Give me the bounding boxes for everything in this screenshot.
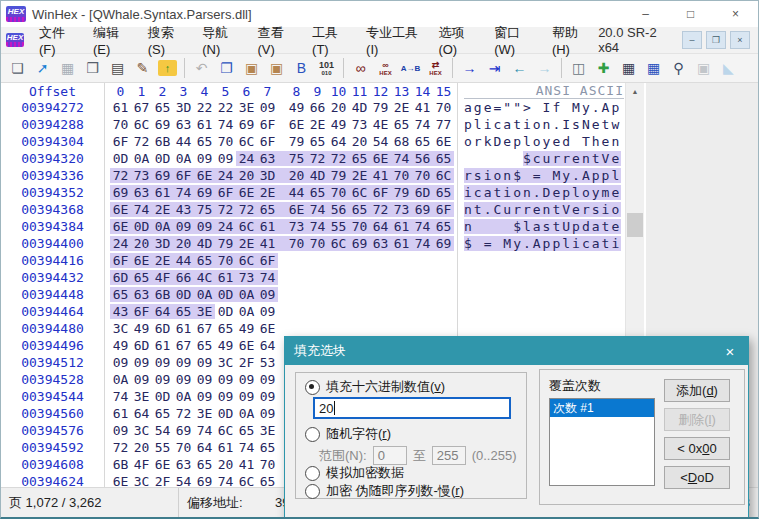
radio-simulate-encrypted[interactable]: 模拟加密数据 [305,464,404,482]
hex-byte[interactable]: 65 [433,185,454,200]
hex-byte[interactable]: 63 [173,457,194,472]
hex-byte[interactable]: 24 [215,168,236,183]
hex-byte[interactable]: 70 [257,457,278,472]
hex-byte[interactable]: 2E [391,100,412,115]
hex-byte[interactable]: 65 [152,406,173,421]
hex-byte[interactable]: 6D [152,321,173,336]
hex-byte[interactable]: 6E [433,134,454,149]
hex-byte[interactable]: 65 [194,457,215,472]
hex-byte[interactable]: 65 [110,287,131,302]
hex-byte[interactable]: 65 [152,100,173,115]
print-preview-icon[interactable]: ❒ [80,57,105,79]
hex-byte[interactable]: 3D [173,100,194,115]
hex-byte[interactable]: 65 [307,134,328,149]
hex-byte[interactable]: 6F [110,253,131,268]
hex-value-input[interactable]: 20 [313,397,511,419]
hex-byte[interactable]: 74 [257,270,278,285]
hex-bytes[interactable]: 436F64653E0D0A09 [104,304,278,319]
ascii-text[interactable]: orkDeployed Then [464,134,626,149]
hex-byte[interactable]: 69 [236,117,257,132]
hex-byte[interactable]: 43 [110,304,131,319]
hex-byte[interactable]: 0D [131,219,152,234]
back-icon[interactable]: ← [507,57,532,79]
hex-byte[interactable]: 73 [349,117,370,132]
hex-byte[interactable]: 6E [131,253,152,268]
hex-byte[interactable]: 2E [349,168,370,183]
hex-byte[interactable]: 65 [215,321,236,336]
hex-byte[interactable]: 4E [370,117,391,132]
hex-byte[interactable]: 70 [215,134,236,149]
hex-byte[interactable]: 43 [173,202,194,217]
goto-offset-icon[interactable]: → [457,57,482,79]
menu-item[interactable]: 选项(O) [429,20,485,61]
menu-item[interactable]: 工具(T) [303,20,357,61]
paste-into-new-icon[interactable]: ▣ [264,57,289,79]
hex-bytes[interactable]: 496D616765496E64 [104,338,278,353]
hex-byte[interactable]: 6F [370,185,391,200]
hex-byte[interactable]: 4F [131,457,152,472]
hex-byte[interactable]: 54 [152,423,173,438]
hex-byte[interactable]: 20 [328,100,349,115]
hex-byte[interactable]: 63 [131,185,152,200]
hex-byte[interactable]: 74 [131,202,152,217]
hex-byte[interactable]: 09 [257,406,278,421]
hex-byte[interactable]: 0A [131,151,152,166]
hex-byte[interactable]: 65 [257,440,278,455]
hex-byte[interactable]: 6C [236,253,257,268]
hex-byte[interactable]: 3D [152,236,173,251]
hex-byte[interactable]: 0D [215,406,236,421]
hex-byte[interactable]: 72 [307,151,328,166]
dod-button[interactable]: < DoD [664,466,730,489]
hex-byte[interactable]: 3C [215,355,236,370]
hex-byte[interactable]: 79 [391,185,412,200]
hex-byte[interactable]: 49 [215,338,236,353]
hex-byte[interactable]: 79 [215,236,236,251]
hex-byte[interactable]: 6F [257,253,278,268]
hex-byte[interactable]: 09 [194,389,215,404]
replace-hex-icon[interactable]: ⇄HEX [423,57,448,79]
hex-byte[interactable]: 63 [173,117,194,132]
menu-item[interactable]: 文件(F) [30,20,84,61]
hex-byte[interactable]: 09 [215,389,236,404]
hex-byte[interactable]: 2F [236,355,257,370]
properties-icon[interactable]: ✎ [130,57,155,79]
hex-byte[interactable]: 09 [215,151,236,166]
hex-byte[interactable]: 79 [370,100,391,115]
hex-byte[interactable]: 2E [152,253,173,268]
hex-byte[interactable]: 69 [433,236,454,251]
hex-byte[interactable]: 6E [236,185,257,200]
hex-byte[interactable]: 6C [328,236,349,251]
hex-byte[interactable]: 09 [110,423,131,438]
hex-byte[interactable]: 65 [349,202,370,217]
hex-byte[interactable]: 6C [131,117,152,132]
radio-random-chars[interactable]: 随机字符(r) [305,425,391,443]
hex-byte[interactable]: 4D [349,100,370,115]
hex-byte[interactable]: 09 [257,372,278,387]
ascii-text[interactable]: ication.Deployme [464,185,626,200]
hex-byte[interactable]: 24 [110,236,131,251]
magnifier-icon[interactable]: ⚲ [666,57,691,79]
hex-byte[interactable]: 6E [278,202,307,217]
hex-byte[interactable]: 3C [131,423,152,438]
range-from-input[interactable]: 0 [373,446,407,465]
hex-byte[interactable]: 74 [173,185,194,200]
ascii-text[interactable]: nt.CurrentVersio [464,202,626,217]
hex-byte[interactable]: 72 [215,202,236,217]
hex-byte[interactable]: 09 [152,355,173,370]
mdi-close-button[interactable]: × [730,31,750,49]
hex-byte[interactable]: 65 [173,304,194,319]
hex-byte[interactable]: 0A [110,372,131,387]
hex-byte[interactable]: 4F [152,270,173,285]
passes-listbox[interactable]: 次数 #1 [549,398,655,486]
hex-byte[interactable]: 64 [152,304,173,319]
menu-item[interactable]: 导航(N) [193,20,248,61]
open-disk-icon[interactable]: ◫ [566,57,591,79]
hex-byte[interactable]: 09 [173,372,194,387]
hex-byte[interactable]: 79 [278,134,307,149]
find-text-icon[interactable]: ∞ [348,57,373,79]
hex-byte[interactable]: 65 [236,423,257,438]
hex-byte[interactable]: 70 [433,100,454,115]
hex-byte[interactable]: 66 [173,270,194,285]
hex-byte[interactable]: 74 [215,117,236,132]
ascii-text[interactable]: age=""> If My.Ap [464,100,626,115]
